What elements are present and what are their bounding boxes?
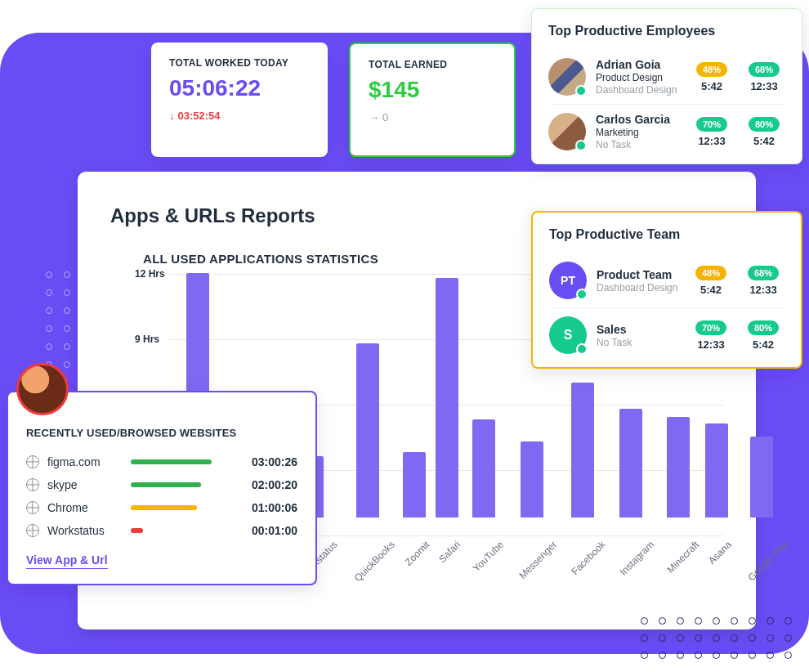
chart-ylabel: 12 Hrs	[135, 268, 165, 280]
total-earned-value: $145	[369, 77, 496, 103]
chart-bar: QuickBooks	[342, 343, 394, 535]
team-info: Product Team Dashboard Design	[597, 268, 680, 293]
chart-xlabel: Asana	[706, 539, 734, 567]
recent-site-time: 02:00:20	[229, 478, 297, 491]
recent-site-bar	[131, 482, 201, 487]
team-row[interactable]: PT Product Team Dashboard Design 48%5:42…	[549, 253, 784, 307]
recent-site-row[interactable]: skype 02:00:20	[26, 473, 297, 496]
globe-icon	[26, 455, 39, 468]
recent-site-name: skype	[47, 478, 123, 491]
team-row[interactable]: S Sales No Task 70%12:33 80%5:42	[549, 307, 784, 362]
employee-row[interactable]: Adrian Goia Product Design Dashboard Des…	[548, 50, 785, 104]
chart-bar: Messenger	[507, 441, 556, 535]
team-avatar: PT	[549, 262, 587, 299]
employee-metric-1: 70%12:33	[691, 116, 733, 147]
top-employees-panel: Top Productive Employees Adrian Goia Pro…	[531, 8, 802, 164]
recent-site-bar	[131, 459, 212, 464]
chart-xlabel: Instagram	[617, 539, 656, 578]
recent-site-time: 03:00:26	[229, 455, 297, 468]
recent-site-name: Chrome	[47, 501, 123, 514]
total-earned-delta: → 0	[369, 111, 496, 123]
chart-bar: Minecraft	[658, 417, 698, 535]
employee-metric-1: 48%5:42	[691, 61, 733, 92]
chart-xlabel: Messenger	[517, 539, 560, 581]
team-metric-1: 70%12:33	[690, 320, 732, 351]
recent-site-time: 00:01:00	[229, 524, 297, 537]
globe-icon	[26, 501, 39, 514]
recent-site-bar	[131, 505, 197, 510]
recent-websites-panel: RECENTLY USED/BROWSED WEBSITES figma.com…	[7, 391, 317, 585]
total-worked-delta: ↓ 03:52:54	[169, 110, 310, 122]
employee-info: Carlos Garcia Marketing No Task	[596, 113, 681, 150]
chart-xlabel: Zoomit	[403, 539, 432, 568]
chart-ylabel: 9 Hrs	[135, 334, 159, 345]
recent-site-row[interactable]: Workstatus 00:01:00	[26, 519, 297, 542]
total-earned-label: TOTAL EARNED	[369, 59, 496, 70]
top-employees-title: Top Productive Employees	[548, 24, 785, 38]
chart-bar: Facebook	[561, 383, 605, 535]
view-app-url-link[interactable]: View App & Url	[26, 553, 108, 569]
chart-xlabel: QuickBooks	[352, 539, 397, 584]
chart-bar: Google Pay	[735, 437, 787, 535]
recent-site-name: figma.com	[47, 455, 123, 468]
total-worked-card: TOTAL WORKED TODAY 05:06:22 ↓ 03:52:54	[151, 43, 328, 157]
user-avatar	[16, 363, 69, 415]
decorative-dots-bottom	[641, 617, 793, 659]
globe-icon	[26, 524, 39, 537]
total-worked-label: TOTAL WORKED TODAY	[169, 57, 310, 69]
recent-title: RECENTLY USED/BROWSED WEBSITES	[26, 427, 297, 439]
chart-xlabel: Facebook	[569, 539, 607, 577]
recent-site-time: 01:00:06	[229, 501, 297, 514]
chart-xlabel: Safari	[436, 539, 463, 565]
team-metric-1: 48%5:42	[690, 265, 732, 296]
total-worked-value: 05:06:22	[169, 75, 310, 101]
chart-bar: Safari	[434, 278, 459, 535]
decorative-dots-left	[46, 271, 70, 368]
top-teams-panel: Top Productive Team PT Product Team Dash…	[531, 211, 802, 369]
recent-site-bar	[131, 528, 143, 533]
team-metric-2: 68%12:33	[742, 265, 784, 296]
employee-row[interactable]: Carlos Garcia Marketing No Task 70%12:33…	[548, 104, 785, 159]
chart-bar: YouTube	[464, 419, 503, 535]
arrow-down-icon: ↓	[169, 110, 175, 122]
chart-bar: Zoomit	[399, 452, 429, 535]
recent-site-name: Workstatus	[47, 524, 123, 537]
chart-bar: Asana	[703, 423, 731, 535]
chart-xlabel: YouTube	[471, 539, 506, 574]
recent-site-row[interactable]: Chrome 01:00:06	[26, 496, 297, 519]
team-avatar: S	[549, 316, 587, 354]
employee-metric-2: 80%5:42	[743, 116, 785, 147]
team-info: Sales No Task	[597, 323, 680, 348]
employee-avatar	[548, 58, 586, 96]
arrow-right-icon: →	[369, 111, 379, 123]
team-metric-2: 80%5:42	[742, 320, 784, 351]
recent-site-row[interactable]: figma.com 03:00:26	[26, 450, 297, 473]
employee-metric-2: 68%12:33	[743, 61, 785, 92]
globe-icon	[26, 478, 39, 491]
top-teams-title: Top Productive Team	[549, 227, 784, 242]
total-earned-card: TOTAL EARNED $145 → 0	[349, 43, 516, 157]
employee-info: Adrian Goia Product Design Dashboard Des…	[596, 58, 681, 96]
employee-avatar	[548, 113, 586, 150]
chart-bar: Instagram	[610, 409, 653, 535]
chart-xlabel: Minecraft	[664, 539, 701, 576]
